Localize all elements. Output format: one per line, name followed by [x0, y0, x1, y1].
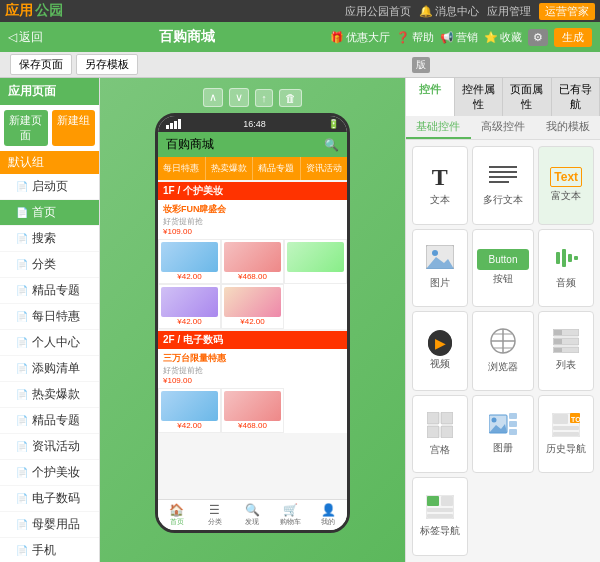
widget-richtext[interactable]: Text 富文本 [538, 146, 594, 225]
sidebar-item-featured[interactable]: 📄 精品专题 [0, 278, 99, 304]
widget-image[interactable]: 图片 [412, 229, 468, 308]
svg-rect-41 [427, 508, 453, 512]
sidebar-item-home[interactable]: 📄 首页 [0, 200, 99, 226]
phone-nav-home[interactable]: 🏠 首页 [158, 503, 196, 527]
widget-list[interactable]: 列表 [538, 311, 594, 391]
generate-button[interactable]: 生成 [554, 28, 592, 47]
product-image [161, 242, 218, 272]
phone-time: 16:48 [243, 119, 266, 129]
widget-gallery[interactable]: 图册 [472, 395, 535, 474]
sidebar-item-phone[interactable]: 📄 手机 [0, 538, 99, 562]
nav-promo-hall[interactable]: 🎁 优惠大厅 [330, 30, 390, 45]
widget-text[interactable]: T 文本 [412, 146, 468, 225]
tab-widgets[interactable]: 控件 [406, 78, 455, 116]
nav-operations[interactable]: 运营管家 [539, 3, 595, 20]
phone-product[interactable]: ¥42.00 [221, 284, 284, 329]
sidebar-item-daily[interactable]: 📄 每日特惠 [0, 304, 99, 330]
back-button[interactable]: ◁ 返回 [8, 29, 43, 46]
phone-product[interactable]: ¥42.00 [158, 388, 221, 433]
nav-help[interactable]: ❓ 帮助 [396, 30, 434, 45]
banner-tab-featured[interactable]: 精品专题 [253, 157, 301, 180]
gear-button[interactable]: ⚙ [528, 29, 548, 46]
banner-tab-news[interactable]: 资讯活动 [301, 157, 348, 180]
widget-button[interactable]: Button 按钮 [472, 229, 535, 308]
sidebar-group-default[interactable]: 默认组 [0, 151, 99, 174]
phone-nav-category[interactable]: ☰ 分类 [196, 503, 234, 527]
sidebar-item-featured2[interactable]: 📄 精品专题 [0, 408, 99, 434]
nav-app-manage[interactable]: 应用管理 [487, 4, 531, 19]
save-page-tab[interactable]: 保存页面 [10, 54, 72, 75]
sidebar-item-profile[interactable]: 📄 个人中心 [0, 330, 99, 356]
phone-product[interactable] [284, 239, 347, 284]
grid-widget-icon [427, 412, 453, 441]
page-icon: 📄 [16, 337, 28, 348]
widget-grid[interactable]: 宫格 [412, 395, 468, 474]
version-icon[interactable]: 版 [412, 57, 430, 73]
widgets-grid: T 文本 多行文本 Text 富文本 [406, 140, 600, 562]
phone-product[interactable]: ¥468.00 [221, 388, 284, 433]
phone-navbar: 🏠 首页 ☰ 分类 🔍 发现 🛒 购物车 👤 我的 [158, 499, 347, 530]
search-icon[interactable]: 🔍 [324, 138, 339, 152]
phone-product[interactable]: ¥42.00 [158, 239, 221, 284]
nav-home[interactable]: 应用公园首页 [345, 4, 411, 19]
sidebar-item-category[interactable]: 📄 分类 [0, 252, 99, 278]
add-page-button[interactable]: 新建页面 [4, 110, 48, 146]
phone-content: 每日特惠 热卖爆款 精品专题 资讯活动 1F / 个护美妆 妆彩FUN肆盛会 好… [158, 157, 347, 499]
subtab-template[interactable]: 我的模板 [535, 116, 600, 139]
move-down-button[interactable]: ∨ [229, 88, 249, 107]
product-image [161, 391, 218, 421]
tab-widget-props[interactable]: 控件属性 [455, 78, 504, 116]
widget-multitext[interactable]: 多行文本 [472, 146, 535, 225]
sidebar-item-news[interactable]: 📄 资讯活动 [0, 434, 99, 460]
sidebar-item-electronics[interactable]: 📄 电子数码 [0, 486, 99, 512]
widget-grid-label: 宫格 [430, 443, 450, 457]
phone-product[interactable]: ¥42.00 [158, 284, 221, 329]
phone-section-1: 1F / 个护美妆 [158, 182, 347, 200]
svg-rect-40 [441, 496, 453, 506]
sidebar-item-bestseller[interactable]: 📄 热卖爆款 [0, 382, 99, 408]
tab-page-props[interactable]: 页面属性 [503, 78, 552, 116]
page-icon: 📄 [16, 181, 28, 192]
sidebar-item-search[interactable]: 📄 搜索 [0, 226, 99, 252]
sidebar-item-wishlist[interactable]: 📄 添购清单 [0, 356, 99, 382]
svg-rect-39 [427, 496, 439, 506]
phone-nav-cart[interactable]: 🛒 购物车 [271, 503, 309, 527]
phone-nav-discover[interactable]: 🔍 发现 [234, 503, 272, 527]
svg-rect-37 [553, 432, 579, 436]
page-icon: 📄 [16, 389, 28, 400]
sidebar-item-baby[interactable]: 📄 母婴用品 [0, 512, 99, 538]
delete-button[interactable]: 🗑 [279, 89, 302, 107]
sidebar-item-startup[interactable]: 📄 启动页 [0, 174, 99, 200]
widget-tag[interactable]: 标签导航 [412, 477, 468, 556]
svg-point-5 [432, 250, 438, 256]
banner-tab-hot[interactable]: 热卖爆款 [206, 157, 254, 180]
nav-marketing[interactable]: 📢 营销 [440, 30, 478, 45]
back-arrow-icon: ◁ [8, 30, 17, 44]
tab-nav[interactable]: 已有导航 [552, 78, 601, 116]
phone-title: 百购商城 [166, 136, 214, 153]
widget-history[interactable]: TOP 历史导航 [538, 395, 594, 474]
subtab-basic[interactable]: 基础控件 [406, 116, 471, 139]
move-up-button[interactable]: ∧ [203, 88, 223, 107]
move-top-button[interactable]: ↑ [255, 89, 273, 107]
main-layout: 应用页面 新建页面 新建组 默认组 📄 启动页 📄 首页 📄 搜索 📄 分类 📄… [0, 78, 600, 562]
bell-icon: 🔔 [419, 5, 433, 18]
widget-video[interactable]: ▶ 视频 [412, 311, 468, 391]
sidebar-item-beauty[interactable]: 📄 个护美妆 [0, 460, 99, 486]
phone-nav-mine[interactable]: 👤 我的 [309, 503, 347, 527]
nav-messages[interactable]: 🔔 消息中心 [419, 4, 479, 19]
svg-rect-9 [568, 254, 572, 262]
widget-browser[interactable]: 浏览器 [472, 311, 535, 391]
add-group-button[interactable]: 新建组 [52, 110, 96, 146]
save-template-tab[interactable]: 另存模板 [76, 54, 138, 75]
promo-2-sub: 好货提前抢 [163, 365, 342, 376]
product-price: ¥42.00 [161, 272, 218, 281]
nav-favorite[interactable]: ⭐ 收藏 [484, 30, 522, 45]
phone-product[interactable]: ¥468.00 [221, 239, 284, 284]
subtab-advanced[interactable]: 高级控件 [471, 116, 536, 139]
brand-logo: 应用公园 [5, 2, 63, 20]
svg-rect-29 [509, 413, 517, 419]
widget-audio[interactable]: 音频 [538, 229, 594, 308]
banner-tab-daily[interactable]: 每日特惠 [158, 157, 206, 180]
sidebar-title: 应用页面 [0, 78, 99, 105]
